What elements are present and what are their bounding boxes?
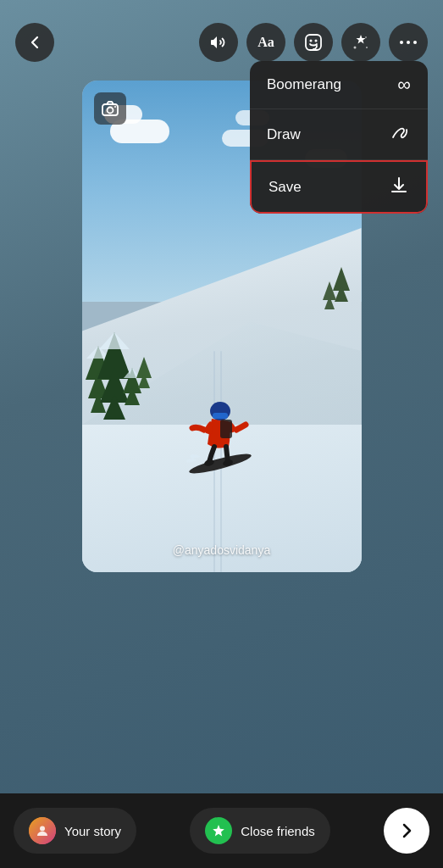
tree-2-snow (99, 332, 130, 349)
dropdown-save[interactable]: Save (250, 160, 428, 214)
svg-point-9 (188, 450, 253, 474)
svg-point-3 (354, 47, 357, 49)
dropdown-menu: Boomerang ∞ Draw Save (250, 61, 428, 214)
back-button[interactable] (15, 23, 54, 62)
snowboarder-figure (174, 355, 267, 474)
dropdown-draw[interactable]: Draw (250, 109, 428, 160)
your-story-button[interactable]: Your story (14, 808, 136, 854)
svg-point-4 (366, 47, 368, 48)
more-icon (399, 39, 418, 46)
rt1-mid (335, 285, 348, 302)
username-watermark: @anyadosvidanya (173, 543, 270, 557)
sticker-button[interactable] (294, 23, 333, 62)
tree-3-mid (125, 387, 140, 405)
boomerang-label: Boomerang (267, 76, 341, 93)
svg-rect-0 (306, 35, 321, 50)
svg-point-2 (315, 40, 318, 42)
avatar-icon (36, 824, 49, 837)
draw-label: Draw (267, 126, 301, 143)
trees-group (82, 179, 160, 425)
tree-4 (136, 357, 152, 388)
sound-button[interactable] (199, 23, 238, 62)
star-icon (211, 823, 226, 838)
username-text: @anyadosvidanya (173, 543, 270, 557)
text-button[interactable]: Aa (246, 23, 285, 62)
toolbar: Aa (0, 0, 443, 68)
next-button[interactable] (384, 808, 429, 854)
bottom-bar: Your story Close friends (0, 793, 443, 868)
svg-point-16 (107, 108, 113, 114)
back-icon (26, 34, 43, 51)
effects-icon (352, 33, 370, 52)
save-label: Save (269, 179, 302, 196)
svg-point-18 (40, 826, 45, 832)
draw-icon (390, 122, 411, 147)
next-icon (396, 821, 417, 841)
tree-4-mid (138, 373, 150, 388)
camera-icon (101, 99, 119, 118)
star-icon-circle (205, 817, 232, 844)
sound-icon (209, 33, 228, 52)
more-button[interactable] (389, 23, 428, 62)
rt2-mid (324, 296, 335, 309)
svg-point-5 (365, 36, 367, 38)
toolbar-right: Aa (199, 23, 428, 62)
boomerang-icon: ∞ (397, 74, 411, 96)
dropdown-boomerang[interactable]: Boomerang ∞ (250, 61, 428, 109)
svg-point-17 (114, 106, 116, 108)
your-story-label: Your story (64, 824, 121, 838)
svg-point-6 (400, 41, 403, 44)
close-friends-button[interactable]: Close friends (190, 808, 330, 854)
right-tree-2 (323, 281, 336, 309)
svg-rect-12 (220, 420, 232, 438)
avatar (29, 817, 56, 844)
effects-button[interactable] (341, 23, 380, 62)
text-icon: Aa (257, 35, 274, 50)
save-icon (389, 175, 409, 199)
sticker-icon (303, 32, 324, 53)
svg-point-7 (407, 41, 410, 44)
svg-point-8 (413, 41, 417, 44)
svg-rect-11 (213, 413, 228, 419)
svg-point-1 (310, 40, 313, 42)
camera-overlay-icon (94, 92, 126, 125)
close-friends-label: Close friends (241, 824, 315, 838)
